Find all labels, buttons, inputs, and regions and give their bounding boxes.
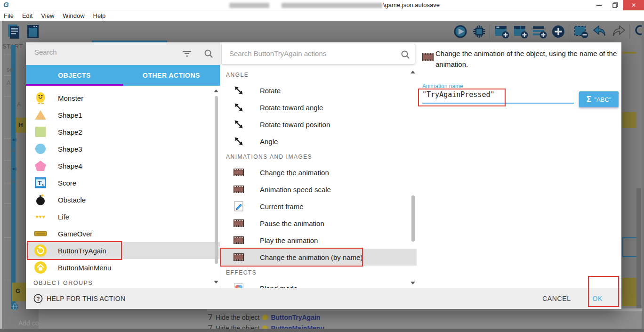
scroll-up-arrow[interactable] (214, 89, 218, 92)
object-row-gameover[interactable]: GameOver (26, 225, 220, 242)
action-row-angle[interactable]: Angle (220, 133, 417, 150)
square-shape (32, 126, 48, 138)
object-list-scrollbar[interactable] (215, 96, 218, 264)
selected-event-row (622, 112, 636, 128)
circle-shape (32, 143, 48, 154)
object-row-shape2[interactable]: Shape2 (26, 123, 220, 140)
help-label: HELP FOR THIS ACTION (47, 295, 125, 302)
pentagon-shape (32, 160, 48, 171)
object-row-buttonmainmenu[interactable]: ButtonMainMenu (26, 259, 220, 276)
add-new-icon[interactable] (550, 23, 567, 40)
object-row-shape1[interactable]: Shape1 (26, 106, 220, 123)
filter-icon[interactable] (182, 50, 192, 59)
scroll-up-arrow[interactable] (411, 71, 415, 73)
action-row-pause-the-animation[interactable]: Pause the animation (220, 215, 417, 232)
help-link[interactable]: ? HELP FOR THIS ACTION (26, 294, 125, 303)
action-description: Change the animation of the object, usin… (435, 48, 619, 70)
menu-item-view[interactable]: View (41, 12, 54, 19)
animation-name-input[interactable] (422, 90, 574, 104)
banner-sprite (32, 230, 48, 237)
action-row-rotate-toward-position[interactable]: Rotate toward position (220, 116, 417, 133)
close-icon: ✕ (631, 2, 636, 8)
menu-bar: FileEditViewWindowHelp (0, 10, 644, 21)
add-event-icon[interactable] (493, 23, 510, 40)
project-manager-icon[interactable] (6, 23, 23, 40)
tab-objects[interactable]: OBJECTS (26, 65, 123, 86)
toolbar-separator (629, 24, 629, 39)
hearts-sprite: ♥♥♥ (32, 214, 48, 219)
expression-editor-button[interactable]: Σ "ABC" (579, 91, 619, 107)
action-label: Blend mode (260, 284, 298, 289)
action-label: Pause the animation (260, 219, 324, 227)
action-row-rotate[interactable]: Rotate (220, 82, 417, 99)
action-search-input[interactable] (229, 49, 385, 57)
window-edge (0, 329, 644, 332)
play-icon[interactable] (452, 23, 469, 40)
open-scene-icon[interactable] (24, 23, 41, 40)
cancel-button[interactable]: CANCEL (542, 295, 571, 302)
animation-icon (422, 53, 434, 63)
add-comment-icon[interactable] (531, 23, 548, 40)
action-row-animation-speed-scale[interactable]: Animation speed scale (220, 181, 417, 198)
action-row-change-the-animation-by-name[interactable]: Change the animation (by name) (220, 249, 417, 266)
blurred-path-segment (282, 3, 382, 8)
object-row-monster[interactable]: Monster (26, 89, 220, 106)
event-tree-line (4, 75, 11, 76)
redo-icon[interactable] (610, 23, 627, 40)
action-list-scrollbar[interactable] (411, 195, 415, 242)
action-row-current-frame[interactable]: Current frame (220, 198, 417, 215)
selected-event-row (622, 52, 636, 54)
svg-text:x: x (42, 183, 44, 187)
text-object: Tx (32, 177, 48, 188)
close-button[interactable]: ✕ (623, 0, 644, 10)
action-row-play-the-animation[interactable]: Play the animation (220, 232, 417, 249)
delete-event-icon[interactable] (572, 23, 589, 40)
event-text-fragment: A (11, 147, 16, 154)
search-icon[interactable] (204, 49, 213, 60)
blurred-path-segment (229, 3, 269, 8)
event-tree-line (4, 279, 11, 279)
rotate-icon (232, 136, 246, 146)
minimize-button[interactable] (590, 0, 607, 10)
object-label: Obstacle (58, 196, 86, 204)
event-tree-line (4, 237, 11, 238)
action-list: ANGLERotateRotate toward angleRotate tow… (220, 65, 417, 288)
object-row-life[interactable]: ♥♥♥Life (26, 208, 220, 225)
object-row-obstacle[interactable]: Obstacle (26, 191, 220, 208)
event-text-fragment: A (17, 101, 21, 108)
object-row-shape3[interactable]: Shape3 (26, 140, 220, 157)
maximize-button[interactable] (607, 0, 623, 10)
tab-other-actions[interactable]: OTHER ACTIONS (123, 65, 220, 86)
object-row-buttontryagain[interactable]: ButtonTryAgain (26, 242, 220, 259)
action-row-blend-mode[interactable]: Blend mode (220, 280, 417, 288)
object-row-shape4[interactable]: Shape4 (26, 157, 220, 174)
menu-item-help[interactable]: Help (93, 12, 106, 19)
action-label: Animation speed scale (260, 186, 331, 194)
scroll-down-arrow[interactable] (411, 282, 415, 284)
undo-icon[interactable] (591, 23, 608, 40)
action-row-change-the-animation[interactable]: Change the animation (220, 164, 417, 181)
action-label: Change the animation (by name) (260, 253, 362, 261)
event-tree-line (4, 55, 11, 55)
object-label: Monster (58, 94, 83, 102)
dialog-footer: ? HELP FOR THIS ACTION CANCEL OK (26, 288, 621, 309)
minimize-icon (596, 5, 602, 6)
event-text-fragment: A (7, 79, 11, 86)
ok-button[interactable]: OK (593, 295, 603, 302)
object-search-input[interactable] (34, 48, 176, 56)
add-subevent-icon[interactable] (512, 23, 529, 40)
object-label: Shape1 (58, 111, 82, 119)
scroll-down-arrow[interactable] (214, 281, 218, 283)
search-icon[interactable] (401, 50, 410, 61)
tab-label: OBJECTS (58, 72, 91, 79)
object-label: Shape4 (58, 162, 82, 170)
object-row-score[interactable]: TxScore (26, 174, 220, 191)
debug-icon[interactable] (471, 23, 488, 40)
help-icon: ? (33, 294, 43, 303)
menu-item-file[interactable]: File (4, 12, 14, 19)
menu-item-edit[interactable]: Edit (22, 12, 32, 19)
action-row-rotate-toward-angle[interactable]: Rotate toward angle (220, 99, 417, 116)
object-groups-header: OBJECT GROUPS (26, 280, 220, 286)
globe-icon (11, 303, 18, 310)
menu-item-window[interactable]: Window (63, 12, 84, 19)
